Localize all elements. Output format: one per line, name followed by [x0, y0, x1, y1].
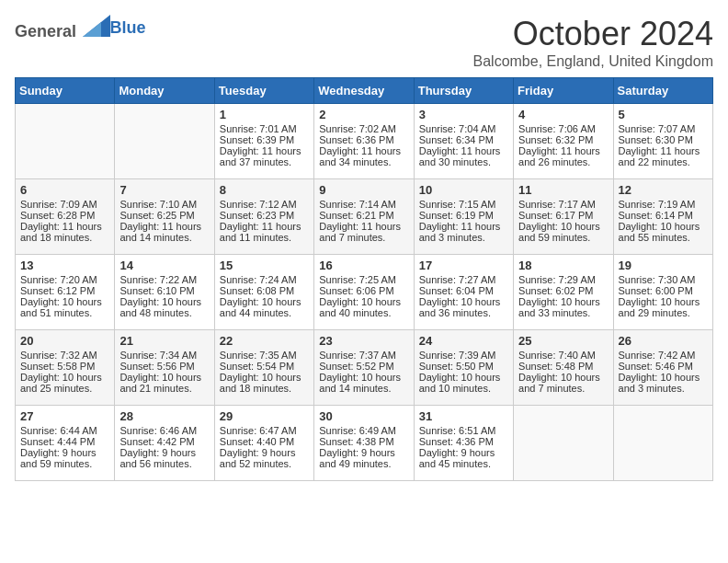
sunrise-text: Sunrise: 7:22 AM: [119, 274, 209, 285]
logo-general: General: [15, 22, 76, 40]
sunrise-text: Sunrise: 7:39 AM: [419, 350, 508, 361]
sunrise-text: Sunrise: 6:49 AM: [319, 425, 408, 436]
sunset-text: Sunset: 6:10 PM: [119, 285, 209, 296]
daylight-text: Daylight: 10 hours and 7 minutes.: [518, 372, 608, 394]
calendar-cell: 21Sunrise: 7:34 AMSunset: 5:56 PMDayligh…: [115, 330, 214, 406]
day-number: 4: [518, 108, 608, 121]
calendar-body: 1Sunrise: 7:01 AMSunset: 6:39 PMDaylight…: [16, 104, 713, 481]
daylight-text: Daylight: 10 hours and 59 minutes.: [518, 221, 608, 243]
logo-blue: Blue: [110, 18, 146, 37]
sunset-text: Sunset: 5:46 PM: [619, 361, 708, 372]
sunset-text: Sunset: 6:14 PM: [619, 210, 708, 221]
daylight-text: Daylight: 10 hours and 10 minutes.: [419, 372, 508, 394]
sunrise-text: Sunrise: 7:40 AM: [518, 350, 608, 361]
sunset-text: Sunset: 5:56 PM: [119, 361, 209, 372]
calendar-table: SundayMondayTuesdayWednesdayThursdayFrid…: [15, 77, 713, 481]
sunset-text: Sunset: 6:32 PM: [518, 134, 608, 145]
calendar-cell: 18Sunrise: 7:29 AMSunset: 6:02 PMDayligh…: [514, 255, 613, 330]
calendar-cell: 5Sunrise: 7:07 AMSunset: 6:30 PMDaylight…: [613, 104, 712, 179]
day-number: 28: [119, 409, 209, 423]
calendar-week-row: 6Sunrise: 7:09 AMSunset: 6:28 PMDaylight…: [16, 179, 713, 255]
daylight-text: Daylight: 11 hours and 26 minutes.: [518, 145, 608, 167]
daylight-text: Daylight: 9 hours and 45 minutes.: [419, 447, 508, 469]
weekday-header-cell: Sunday: [16, 78, 115, 104]
logo-icon: [83, 15, 110, 37]
calendar-cell: 22Sunrise: 7:35 AMSunset: 5:54 PMDayligh…: [214, 330, 313, 406]
sunrise-text: Sunrise: 7:10 AM: [119, 199, 209, 210]
sunrise-text: Sunrise: 7:27 AM: [419, 274, 508, 285]
sunset-text: Sunset: 6:02 PM: [518, 285, 608, 296]
calendar-cell: 27Sunrise: 6:44 AMSunset: 4:44 PMDayligh…: [16, 406, 115, 481]
sunset-text: Sunset: 6:25 PM: [119, 210, 209, 221]
day-number: 7: [119, 183, 209, 197]
daylight-text: Daylight: 10 hours and 3 minutes.: [619, 372, 708, 394]
calendar-cell: 31Sunrise: 6:51 AMSunset: 4:36 PMDayligh…: [414, 406, 513, 481]
sunset-text: Sunset: 6:39 PM: [220, 134, 309, 145]
sunrise-text: Sunrise: 7:30 AM: [619, 274, 708, 285]
calendar-cell: 1Sunrise: 7:01 AMSunset: 6:39 PMDaylight…: [214, 104, 313, 179]
daylight-text: Daylight: 10 hours and 33 minutes.: [518, 296, 608, 318]
sunrise-text: Sunrise: 6:47 AM: [220, 425, 309, 436]
day-number: 26: [619, 334, 708, 348]
sunrise-text: Sunrise: 7:25 AM: [319, 274, 408, 285]
sunrise-text: Sunrise: 7:09 AM: [20, 199, 109, 210]
sunset-text: Sunset: 6:17 PM: [518, 210, 608, 221]
sunrise-text: Sunrise: 6:44 AM: [20, 425, 109, 436]
sunset-text: Sunset: 5:48 PM: [518, 361, 608, 372]
daylight-text: Daylight: 11 hours and 3 minutes.: [419, 221, 508, 243]
daylight-text: Daylight: 11 hours and 7 minutes.: [319, 221, 408, 243]
calendar-cell: 11Sunrise: 7:17 AMSunset: 6:17 PMDayligh…: [514, 179, 613, 255]
daylight-text: Daylight: 11 hours and 22 minutes.: [619, 145, 708, 167]
sunrise-text: Sunrise: 7:14 AM: [319, 199, 408, 210]
sunset-text: Sunset: 5:50 PM: [419, 361, 508, 372]
day-number: 9: [319, 183, 408, 197]
sunset-text: Sunset: 6:08 PM: [220, 285, 309, 296]
sunrise-text: Sunrise: 7:32 AM: [20, 350, 109, 361]
calendar-cell: 13Sunrise: 7:20 AMSunset: 6:12 PMDayligh…: [16, 255, 115, 330]
sunrise-text: Sunrise: 7:01 AM: [220, 123, 309, 134]
calendar-cell: 17Sunrise: 7:27 AMSunset: 6:04 PMDayligh…: [414, 255, 513, 330]
day-number: 2: [319, 108, 408, 121]
daylight-text: Daylight: 10 hours and 18 minutes.: [220, 372, 309, 394]
weekday-header-cell: Wednesday: [314, 78, 414, 104]
sunset-text: Sunset: 6:19 PM: [419, 210, 508, 221]
calendar-cell: 23Sunrise: 7:37 AMSunset: 5:52 PMDayligh…: [314, 330, 414, 406]
sunrise-text: Sunrise: 6:51 AM: [419, 425, 508, 436]
day-number: 3: [419, 108, 508, 121]
calendar-cell: 29Sunrise: 6:47 AMSunset: 4:40 PMDayligh…: [214, 406, 313, 481]
sunrise-text: Sunrise: 7:42 AM: [619, 350, 708, 361]
daylight-text: Daylight: 10 hours and 48 minutes.: [119, 296, 209, 318]
calendar-cell: 3Sunrise: 7:04 AMSunset: 6:34 PMDaylight…: [414, 104, 513, 179]
calendar-cell: 25Sunrise: 7:40 AMSunset: 5:48 PMDayligh…: [514, 330, 613, 406]
daylight-text: Daylight: 10 hours and 51 minutes.: [20, 296, 109, 318]
sunrise-text: Sunrise: 7:24 AM: [220, 274, 309, 285]
calendar-cell: 16Sunrise: 7:25 AMSunset: 6:06 PMDayligh…: [314, 255, 414, 330]
day-number: 24: [419, 334, 508, 348]
calendar-week-row: 13Sunrise: 7:20 AMSunset: 6:12 PMDayligh…: [16, 255, 713, 330]
day-number: 15: [220, 259, 309, 272]
day-number: 11: [518, 183, 608, 197]
daylight-text: Daylight: 11 hours and 11 minutes.: [220, 221, 309, 243]
title-section: October 2024 Balcombe, England, United K…: [473, 15, 714, 70]
day-number: 5: [619, 108, 708, 121]
day-number: 13: [20, 259, 109, 272]
daylight-text: Daylight: 11 hours and 37 minutes.: [220, 145, 309, 167]
weekday-header-cell: Monday: [115, 78, 214, 104]
sunset-text: Sunset: 6:00 PM: [619, 285, 708, 296]
page-header: General Blue October 2024 Balcombe, Engl…: [15, 15, 713, 70]
sunset-text: Sunset: 6:21 PM: [319, 210, 408, 221]
location-title: Balcombe, England, United Kingdom: [473, 53, 714, 70]
daylight-text: Daylight: 10 hours and 29 minutes.: [619, 296, 708, 318]
calendar-week-row: 27Sunrise: 6:44 AMSunset: 4:44 PMDayligh…: [16, 406, 713, 481]
weekday-header-cell: Tuesday: [214, 78, 313, 104]
calendar-cell: 28Sunrise: 6:46 AMSunset: 4:42 PMDayligh…: [115, 406, 214, 481]
day-number: 29: [220, 409, 309, 423]
daylight-text: Daylight: 9 hours and 52 minutes.: [220, 447, 309, 469]
sunrise-text: Sunrise: 7:29 AM: [518, 274, 608, 285]
calendar-cell: 2Sunrise: 7:02 AMSunset: 6:36 PMDaylight…: [314, 104, 414, 179]
sunrise-text: Sunrise: 7:35 AM: [220, 350, 309, 361]
daylight-text: Daylight: 11 hours and 34 minutes.: [319, 145, 408, 167]
sunrise-text: Sunrise: 7:04 AM: [419, 123, 508, 134]
day-number: 12: [619, 183, 708, 197]
day-number: 23: [319, 334, 408, 348]
